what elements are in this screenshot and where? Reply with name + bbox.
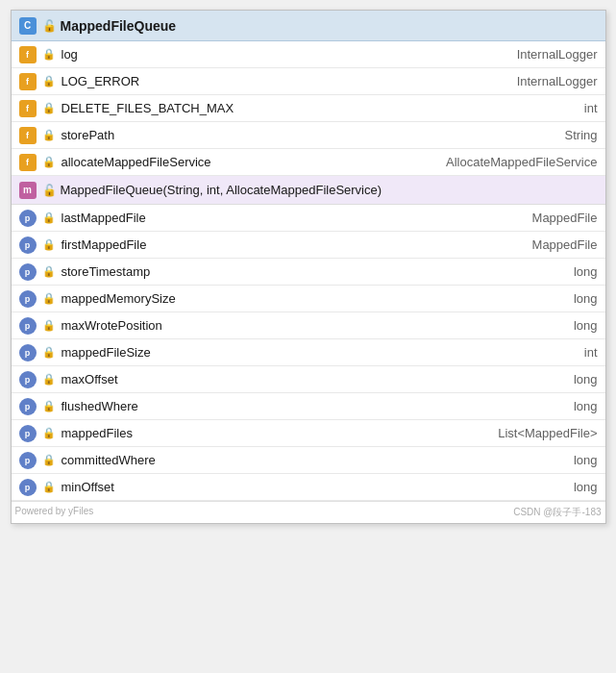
prop-type: long xyxy=(574,318,598,333)
prop-type: long xyxy=(574,453,598,467)
prop-icon-p: p xyxy=(19,398,37,415)
field-lock-icon: 🔒 xyxy=(42,156,56,169)
field-row-store-path[interactable]: f 🔒 storePath String xyxy=(12,122,605,149)
prop-row-minOffset[interactable]: p 🔒 minOffset long xyxy=(12,474,605,501)
field-lock-icon: 🔒 xyxy=(42,48,56,62)
field-icon-f: f xyxy=(19,127,37,144)
field-row-log-error[interactable]: f 🔒 LOG_ERROR InternalLogger xyxy=(12,68,605,95)
prop-lock-icon: 🔒 xyxy=(42,212,56,225)
prop-name: flushedWhere xyxy=(62,399,564,413)
prop-icon-p: p xyxy=(19,263,37,281)
prop-lock-icon: 🔒 xyxy=(42,454,56,467)
field-lock-icon: 🔒 xyxy=(42,129,56,142)
prop-icon-p: p xyxy=(19,452,37,469)
class-title: MappedFileQueue xyxy=(61,18,177,34)
field-icon-f: f xyxy=(19,46,37,63)
constructor-icon: m xyxy=(19,182,37,199)
prop-name: lastMappedFile xyxy=(62,211,523,225)
prop-name: maxWrotePosition xyxy=(62,318,564,333)
field-name: LOG_ERROR xyxy=(62,74,507,88)
prop-type: long xyxy=(574,480,598,494)
field-type: String xyxy=(565,128,598,142)
constructor-row[interactable]: m 🔓 MappedFileQueue(String, int, Allocat… xyxy=(12,176,605,205)
prop-name: minOffset xyxy=(62,480,564,494)
field-icon-f: f xyxy=(19,73,37,90)
field-name: allocateMappedFileService xyxy=(62,155,436,169)
prop-icon-p: p xyxy=(19,479,37,496)
prop-icon-p: p xyxy=(19,210,37,227)
field-type: AllocateMappedFileService xyxy=(446,155,598,169)
prop-lock-icon: 🔒 xyxy=(42,292,56,306)
prop-icon-p: p xyxy=(19,290,37,308)
prop-lock-icon: 🔒 xyxy=(42,373,56,386)
field-icon-f: f xyxy=(19,154,37,171)
field-row-log[interactable]: f 🔒 log InternalLogger xyxy=(12,41,605,68)
fields-section: f 🔒 log InternalLogger f 🔒 LOG_ERROR Int… xyxy=(12,41,605,176)
class-diagram-panel: C 🔓 MappedFileQueue f 🔒 log InternalLogg… xyxy=(11,10,606,524)
prop-type: MappedFile xyxy=(532,237,598,252)
properties-section: p 🔒 lastMappedFile MappedFile p 🔒 firstM… xyxy=(12,205,605,501)
prop-name: maxOffset xyxy=(62,372,564,386)
watermark-bar: Powered by yFiles CSDN @段子手-183 xyxy=(12,501,605,523)
field-type: int xyxy=(584,101,598,115)
prop-lock-icon: 🔒 xyxy=(42,481,56,494)
prop-lock-icon: 🔒 xyxy=(42,427,56,440)
field-type: InternalLogger xyxy=(517,47,598,62)
field-name: DELETE_FILES_BATCH_MAX xyxy=(62,101,575,115)
prop-type: long xyxy=(574,399,598,413)
prop-name: storeTimestamp xyxy=(62,264,564,279)
prop-lock-icon: 🔒 xyxy=(42,238,56,252)
prop-row-maxWrotePosition[interactable]: p 🔒 maxWrotePosition long xyxy=(12,312,605,339)
prop-row-mappedFileSize[interactable]: p 🔒 mappedFileSize int xyxy=(12,339,605,366)
prop-type: List<MappedFile> xyxy=(498,426,597,440)
prop-icon-p: p xyxy=(19,317,37,335)
watermark-right: CSDN @段子手-183 xyxy=(513,506,601,519)
prop-name: mappedMemorySize xyxy=(62,291,564,306)
prop-row-flushedWhere[interactable]: p 🔒 flushedWhere long xyxy=(12,393,605,420)
prop-lock-icon: 🔒 xyxy=(42,319,56,333)
prop-type: long xyxy=(574,291,598,306)
field-type: InternalLogger xyxy=(517,74,598,88)
prop-row-committedWhere[interactable]: p 🔒 committedWhere long xyxy=(12,447,605,474)
field-name: log xyxy=(62,47,507,62)
field-row-allocate[interactable]: f 🔒 allocateMappedFileService AllocateMa… xyxy=(12,149,605,176)
prop-row-mappedFiles[interactable]: p 🔒 mappedFiles List<MappedFile> xyxy=(12,420,605,447)
prop-icon-p: p xyxy=(19,371,37,388)
prop-name: committedWhere xyxy=(62,453,564,467)
prop-icon-p: p xyxy=(19,425,37,442)
prop-lock-icon: 🔒 xyxy=(42,265,56,279)
prop-type: MappedFile xyxy=(532,211,598,225)
constructor-signature: MappedFileQueue(String, int, AllocateMap… xyxy=(61,183,382,197)
prop-name: mappedFiles xyxy=(62,426,489,440)
prop-row-storeTimestamp[interactable]: p 🔒 storeTimestamp long xyxy=(12,259,605,286)
field-lock-icon: 🔒 xyxy=(42,102,56,115)
prop-name: mappedFileSize xyxy=(62,345,575,360)
field-name: storePath xyxy=(62,128,555,142)
header-lock-icon: 🔓 xyxy=(42,19,57,33)
prop-icon-p: p xyxy=(19,237,37,254)
class-header: C 🔓 MappedFileQueue xyxy=(12,11,605,41)
prop-name: firstMappedFile xyxy=(62,237,523,252)
field-icon-f: f xyxy=(19,100,37,117)
prop-lock-icon: 🔒 xyxy=(42,346,56,360)
field-lock-icon: 🔒 xyxy=(42,75,56,88)
prop-row-lastMappedFile[interactable]: p 🔒 lastMappedFile MappedFile xyxy=(12,205,605,232)
prop-row-mappedMemorySize[interactable]: p 🔒 mappedMemorySize long xyxy=(12,286,605,312)
prop-type: long xyxy=(574,264,598,279)
class-icon: C xyxy=(19,17,37,35)
watermark-left: Powered by yFiles xyxy=(15,506,94,519)
prop-row-maxOffset[interactable]: p 🔒 maxOffset long xyxy=(12,366,605,393)
prop-icon-p: p xyxy=(19,344,37,361)
prop-lock-icon: 🔒 xyxy=(42,400,56,413)
prop-row-firstMappedFile[interactable]: p 🔒 firstMappedFile MappedFile xyxy=(12,232,605,259)
field-row-delete-batch[interactable]: f 🔒 DELETE_FILES_BATCH_MAX int xyxy=(12,95,605,122)
prop-type: long xyxy=(574,372,598,386)
constructor-lock-icon: 🔓 xyxy=(42,184,57,197)
prop-type: int xyxy=(584,345,598,360)
